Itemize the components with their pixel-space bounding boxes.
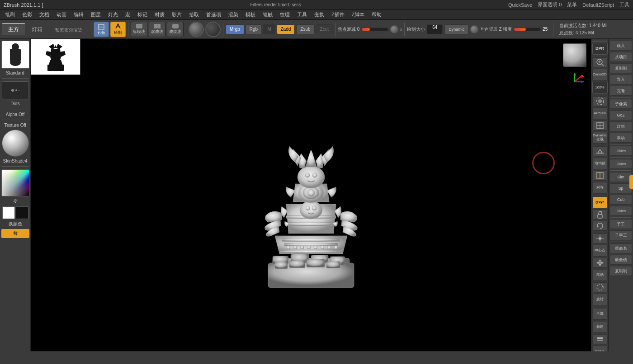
align-icon[interactable] <box>592 171 608 181</box>
ac50-btn[interactable]: AC50% <box>592 107 608 119</box>
base-far-btn[interactable]: 添动 <box>609 133 632 143</box>
menu-color[interactable]: 色彩 <box>19 10 35 19</box>
focal-slider[interactable] <box>361 28 388 31</box>
mrgb-button[interactable]: Mrgb <box>226 24 244 34</box>
zsub-button[interactable]: Zsub <box>296 24 314 34</box>
tab-main[interactable]: 主方 <box>2 23 25 35</box>
edit-button[interactable]: Edit <box>94 22 109 37</box>
menu-render[interactable]: 渲染 <box>225 10 241 19</box>
z-strength-slider[interactable] <box>514 28 541 31</box>
cub-btn[interactable]: Cub <box>609 195 632 205</box>
menu-zscript[interactable]: Z脚本 <box>349 10 368 19</box>
recenter-btn[interactable]: 重命名 <box>609 243 632 253</box>
tab-preview[interactable]: 预览布尔渲染 <box>49 25 89 35</box>
side-orange-tab[interactable] <box>629 175 633 189</box>
umes1-btn[interactable]: UMes <box>609 146 632 156</box>
bpr-sphere-icon[interactable] <box>592 41 608 42</box>
menu-macro[interactable]: 宏 <box>122 10 133 19</box>
dynamic-icon[interactable] <box>592 121 608 131</box>
menu-help[interactable]: 帮助 <box>368 10 385 19</box>
tab-lightbox[interactable]: 灯箱 <box>25 24 49 35</box>
menu-material[interactable]: 材质 <box>151 10 168 19</box>
menu-template[interactable]: 模板 <box>242 10 259 19</box>
dynamic-button[interactable]: Dynamic <box>444 24 468 34</box>
zoom2d-icon[interactable] <box>592 57 608 67</box>
zadd-button[interactable]: Zadd <box>277 24 295 34</box>
swatch-white[interactable] <box>2 206 15 219</box>
menu-doc[interactable]: 文档 <box>36 10 52 19</box>
std-mode-button[interactable]: 标模块 <box>131 22 147 37</box>
line-fill-icon[interactable] <box>592 334 608 344</box>
lock-icon[interactable] <box>592 210 608 219</box>
multi-mode-button[interactable]: 双成块 <box>149 22 165 37</box>
center-btn[interactable]: 中心点 <box>592 245 608 257</box>
move-icon[interactable] <box>592 258 608 268</box>
clone-btn[interactable]: 克隆 <box>609 86 632 96</box>
m-button[interactable]: M <box>263 24 275 34</box>
menu-prefs[interactable]: 首选项 <box>203 10 224 19</box>
menu-pick[interactable]: 拾取 <box>186 10 202 19</box>
move-btn[interactable]: 移动 <box>592 269 608 281</box>
import-btn[interactable]: 导入 <box>609 75 632 84</box>
menu-anim[interactable]: 动画 <box>53 10 70 19</box>
swatch-black[interactable] <box>16 206 28 219</box>
color-picker[interactable] <box>1 169 29 196</box>
default-script[interactable]: DefaultZScript <box>582 2 614 8</box>
interface-label[interactable]: 界面透明 0 <box>538 1 562 8</box>
zoom-100-btn[interactable]: 100% <box>592 82 608 93</box>
child-btn[interactable]: 子像素 <box>609 99 632 109</box>
shape-mode-button[interactable]: 成纹块 <box>167 22 184 37</box>
texture-orb[interactable] <box>205 22 221 37</box>
center-icon[interactable] <box>592 233 608 243</box>
s-icon[interactable] <box>390 25 398 33</box>
zcut-button[interactable]: Zcut <box>316 24 333 34</box>
goz-btn[interactable]: GoZ <box>609 110 632 120</box>
umes2-btn[interactable]: UMes <box>609 159 632 169</box>
full-btn[interactable]: 全部 <box>592 308 608 320</box>
single-label[interactable]: 菜单 <box>567 1 577 8</box>
umes3-btn[interactable]: UMes <box>609 206 632 216</box>
qxyz-btn[interactable]: Qxyz <box>592 196 608 208</box>
copy2-btn[interactable]: 复制制 <box>609 266 632 276</box>
draw-size-value[interactable]: 64 <box>427 24 443 34</box>
from-all-btn[interactable]: 从项目 <box>609 52 632 62</box>
dots-brush-preview[interactable] <box>2 81 29 99</box>
load-btn[interactable]: 载入 <box>609 41 632 51</box>
sim-btn[interactable]: Sim <box>609 172 632 182</box>
ac50-icon[interactable] <box>592 96 608 106</box>
menu-marker[interactable]: 标记 <box>134 10 151 19</box>
menu-stroke[interactable]: 笔触 <box>260 10 276 19</box>
rgb-button[interactable]: Rgb <box>246 24 262 34</box>
viewport[interactable] <box>31 39 591 351</box>
sp-btn[interactable]: Sp <box>609 183 632 193</box>
floor-btn[interactable]: 地均贴 <box>592 158 608 169</box>
menu-movie[interactable]: 影片 <box>169 10 185 19</box>
material-sphere[interactable] <box>2 130 29 157</box>
child-manual-btn[interactable]: 子手工 <box>609 230 632 240</box>
min-btn[interactable]: 最低值 <box>609 255 632 265</box>
poly7-btn[interactable]: Poly7 <box>592 345 608 351</box>
menu-tool[interactable]: 工具 <box>294 10 310 19</box>
child-sub-btn[interactable]: 子工 <box>609 219 632 229</box>
rotate-icon[interactable] <box>592 282 608 292</box>
menu-zplugin[interactable]: Z插件 <box>328 10 348 19</box>
menu-texture[interactable]: 纹理 <box>277 10 293 19</box>
copy-far-btn[interactable]: 复制制 <box>609 63 632 73</box>
menu-edit[interactable]: 编辑 <box>71 10 87 19</box>
draw-button[interactable]: 绘制 <box>110 22 126 37</box>
auto-save[interactable]: QuickSave <box>508 2 532 8</box>
menu-brush[interactable]: 笔刷 <box>2 10 18 19</box>
menu-layer[interactable]: 图层 <box>88 10 104 19</box>
bpr-label-btn[interactable]: BPR <box>592 43 608 55</box>
menu-transform[interactable]: 变换 <box>311 10 327 19</box>
rotate2-icon[interactable] <box>592 221 608 231</box>
bottom-orange-button[interactable]: 替 <box>1 229 29 238</box>
zoom2d-btn[interactable]: Zoom2D <box>592 69 608 80</box>
material-orb[interactable] <box>189 22 204 37</box>
tools-label[interactable]: 工具 <box>619 1 629 8</box>
new-build-btn[interactable]: 新建 <box>592 321 608 333</box>
brush-preview[interactable] <box>1 41 29 69</box>
rotate-btn[interactable]: 旋转 <box>592 294 608 305</box>
dynamic-btn[interactable]: Dynamic变视 <box>592 132 608 144</box>
align-btn[interactable]: 对齐 <box>592 182 608 194</box>
